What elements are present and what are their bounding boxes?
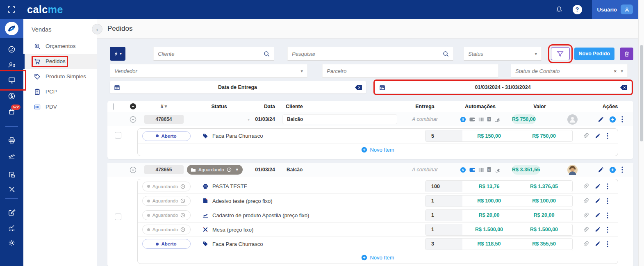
edit-pencil-icon[interactable] — [595, 212, 601, 218]
item-status-pill[interactable]: Aguardando — [142, 196, 191, 206]
edit-pencil-icon[interactable] — [595, 241, 601, 247]
column-automacoes[interactable]: Automações — [448, 104, 512, 109]
automation-barcode-icon[interactable] — [478, 167, 484, 173]
page-scrollbar[interactable] — [638, 0, 644, 266]
item-quantity[interactable]: 100 — [426, 181, 462, 192]
company-logo[interactable] — [0, 19, 23, 38]
add-circle-icon[interactable] — [609, 116, 616, 123]
more-options-icon[interactable] — [607, 227, 608, 233]
paperclip-icon[interactable] — [583, 227, 589, 233]
expand-order-icon[interactable] — [124, 166, 142, 173]
more-options-icon[interactable] — [621, 166, 623, 173]
novo-item-link[interactable]: Novo Item — [138, 251, 618, 264]
route-icon[interactable] — [0, 167, 23, 182]
sidebar-item-pcp[interactable]: PCP — [23, 84, 97, 99]
scanner-rail-icon[interactable] — [0, 148, 23, 163]
edit-pencil-icon[interactable] — [595, 184, 601, 189]
order-status-dropdown[interactable]: Aguardando ▼ — [187, 165, 243, 175]
item-status-pill[interactable]: Aberto — [142, 239, 191, 249]
expand-icon[interactable] — [7, 5, 16, 14]
edit-pencil-icon[interactable] — [598, 167, 604, 173]
more-options-icon[interactable] — [607, 183, 608, 189]
more-options-icon[interactable] — [621, 116, 623, 123]
status-select[interactable]: Status▾ — [464, 47, 542, 61]
more-options-icon[interactable] — [607, 212, 608, 218]
item-quantity[interactable]: 5 — [426, 130, 462, 141]
order-status-caret[interactable]: ▾ — [248, 117, 253, 122]
paperclip-icon[interactable] — [583, 241, 589, 247]
paperclip-icon[interactable] — [583, 183, 589, 189]
item-status-pill[interactable]: Aberto — [142, 131, 191, 141]
automation-wallet-icon[interactable] — [469, 167, 476, 173]
finance-icon[interactable] — [0, 89, 23, 103]
collapse-sidebar-button[interactable]: ‹ — [92, 24, 102, 34]
automation-wallet-icon[interactable] — [469, 117, 476, 122]
paperclip-icon[interactable] — [583, 198, 589, 204]
expand-order-icon[interactable] — [124, 116, 142, 123]
automation-handtag-icon[interactable] — [494, 167, 501, 173]
assignee-avatar-photo[interactable] — [567, 165, 587, 175]
automation-handtag-icon[interactable] — [494, 117, 501, 122]
pesquisar-input[interactable] — [292, 51, 443, 57]
vendedor-select[interactable]: Vendedor▾ — [110, 64, 307, 78]
sidebar-item-pdv[interactable]: PDV — [23, 99, 97, 114]
order-client[interactable]: Balcão — [282, 114, 397, 124]
reports-chart-icon[interactable] — [0, 221, 23, 235]
more-options-icon[interactable] — [607, 241, 608, 247]
status-contrato-select[interactable]: Status de Contrato × ▾ — [511, 64, 628, 78]
notifications-bell-icon[interactable] — [555, 6, 563, 13]
item-status-pill[interactable]: Aguardando — [142, 225, 191, 234]
user-menu[interactable]: Usuário — [592, 0, 638, 19]
select-order-checkbox[interactable] — [115, 132, 121, 139]
parceiro-input[interactable] — [327, 68, 494, 74]
delete-button[interactable] — [620, 48, 633, 60]
add-circle-icon[interactable] — [609, 166, 616, 173]
sidebar-item-pedidos[interactable]: Pedidos — [23, 54, 97, 69]
automation-barcode-icon[interactable] — [478, 117, 484, 122]
column-entrega[interactable]: Entrega — [401, 104, 448, 109]
automation-dollar-icon[interactable]: $ — [460, 167, 466, 173]
item-quantity[interactable]: 3 — [426, 239, 462, 250]
quick-actions-button[interactable]: ▾ — [110, 47, 125, 61]
search-icon[interactable] — [443, 51, 449, 57]
sales-monitor-icon[interactable] — [0, 73, 23, 88]
help-icon[interactable]: ? — [573, 5, 582, 14]
purchases-bag-icon[interactable]: 572 — [0, 104, 23, 119]
settings-gear-icon[interactable] — [0, 235, 23, 250]
edit-pencil-icon[interactable] — [595, 198, 601, 204]
more-options-icon[interactable] — [607, 133, 608, 139]
column-data[interactable]: Data — [253, 104, 278, 109]
item-quantity[interactable]: 1 — [426, 224, 462, 235]
clear-icon[interactable]: × — [614, 68, 617, 74]
select-order-checkbox[interactable] — [115, 214, 121, 220]
clear-backspace-icon[interactable] — [620, 85, 627, 90]
order-number[interactable]: 478654 — [144, 115, 184, 124]
scrollbar-thumb[interactable] — [640, 45, 643, 141]
novo-pedido-button[interactable]: Novo Pedido — [574, 48, 614, 60]
automation-dollar-icon[interactable]: $ — [460, 116, 466, 123]
edit-note-icon[interactable] — [0, 205, 23, 220]
edit-pencil-icon[interactable] — [595, 227, 601, 232]
more-options-icon[interactable] — [607, 198, 608, 204]
paperclip-icon[interactable] — [583, 133, 589, 139]
column-status[interactable]: Status — [185, 104, 253, 109]
cliente-input[interactable] — [158, 51, 264, 57]
sidebar-item-orcamentos[interactable]: Orçamentos — [23, 39, 97, 54]
paperclip-icon[interactable] — [583, 212, 589, 218]
column-valor[interactable]: Valor — [512, 104, 567, 109]
clients-icon[interactable] — [0, 57, 23, 72]
select-all-checkbox[interactable] — [113, 103, 114, 110]
item-status-pill[interactable]: Aguardando — [142, 210, 191, 220]
item-quantity[interactable]: 1 — [426, 196, 462, 207]
novo-item-link[interactable]: Novo Item — [138, 143, 618, 156]
assignee-avatar[interactable] — [567, 114, 587, 125]
item-quantity[interactable]: 1 — [426, 210, 462, 221]
automation-receipt-icon[interactable]: $ — [487, 116, 492, 122]
advanced-filter-button[interactable] — [551, 47, 570, 60]
date-range-field[interactable]: 01/03/2024 - 31/03/2024 — [375, 81, 631, 93]
column-number[interactable]: #▾ — [142, 104, 185, 109]
edit-pencil-icon[interactable] — [595, 133, 601, 139]
data-entrega-field[interactable]: Data de Entrega — [110, 81, 366, 93]
collapse-all-icon[interactable] — [124, 103, 142, 110]
search-icon[interactable] — [264, 51, 270, 57]
